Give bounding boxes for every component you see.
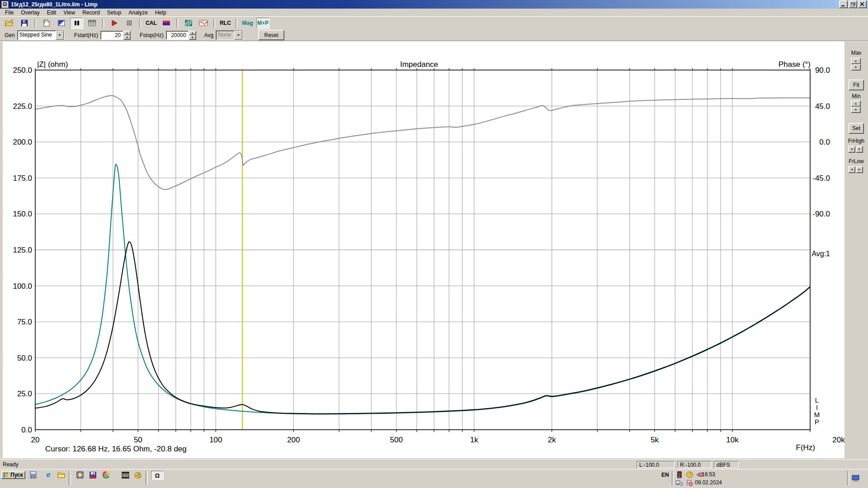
left-axis-title: |Z| (ohm) bbox=[37, 60, 68, 69]
x-axis-tick-label: 20k bbox=[832, 436, 844, 444]
tray-device-icon[interactable] bbox=[676, 471, 684, 479]
magnitude-view-button[interactable]: Mag bbox=[241, 18, 254, 28]
avg-label: Avg bbox=[204, 32, 213, 38]
stop-icon bbox=[127, 20, 132, 26]
main-toolbar: CAL RLC Mag M+P bbox=[0, 16, 868, 29]
rlc-mode-button[interactable]: RLC bbox=[219, 18, 231, 28]
start-label: Пуск bbox=[10, 472, 23, 478]
scale-setup-icon bbox=[185, 20, 192, 26]
bw-background-button[interactable] bbox=[55, 18, 67, 28]
folder-icon bbox=[57, 472, 65, 478]
open-file-button[interactable] bbox=[3, 18, 15, 28]
menu-item-view[interactable]: View bbox=[60, 9, 79, 16]
toolbar-separator bbox=[34, 19, 36, 28]
quicklaunch-media-classic[interactable]: 321 bbox=[120, 471, 130, 479]
reset-button[interactable]: Reset bbox=[258, 30, 284, 40]
fstart-down-icon[interactable]: ▼ bbox=[123, 35, 131, 40]
save-file-button[interactable] bbox=[18, 18, 30, 28]
clock-date[interactable]: 09.02.2024 bbox=[690, 479, 727, 486]
units-indicator: dBFS bbox=[714, 461, 739, 468]
quicklaunch-folder[interactable] bbox=[56, 471, 66, 479]
frhigh-left-icon[interactable]: ◄ bbox=[848, 146, 855, 153]
language-indicator[interactable]: EN bbox=[661, 472, 669, 478]
omega-icon: Ω bbox=[155, 472, 160, 479]
left-axis-tick-label: 250.0 bbox=[13, 66, 32, 75]
generator-setup-button[interactable] bbox=[160, 18, 172, 28]
close-button[interactable] bbox=[858, 0, 867, 8]
left-axis-tick-label: 150.0 bbox=[13, 210, 32, 218]
left-axis-tick-label: 75.0 bbox=[17, 318, 32, 326]
min-up-icon[interactable]: ▲ bbox=[851, 100, 861, 107]
menu-item-setup[interactable]: Setup bbox=[104, 9, 125, 16]
title-bar: Ω 15гд12_25гдн80_1Litro.lim - Limp bbox=[0, 0, 868, 9]
bw-split-icon bbox=[58, 20, 65, 26]
restore-icon bbox=[851, 2, 855, 6]
left-axis-tick-label: 125.0 bbox=[13, 246, 32, 254]
menu-item-help[interactable]: Help bbox=[151, 9, 170, 16]
impedance-overlay-curve bbox=[35, 164, 810, 414]
minimize-button[interactable] bbox=[839, 0, 848, 8]
left-level-indicator: L:-100.0 bbox=[637, 461, 675, 468]
min-down-icon[interactable]: ▼ bbox=[851, 107, 861, 113]
table-view-button[interactable] bbox=[86, 18, 98, 28]
quicklaunch-calculator[interactable] bbox=[28, 471, 38, 479]
fstop-stepper: 20000 ▲ ▼ bbox=[166, 31, 196, 40]
calibrate-button[interactable]: CAL bbox=[145, 18, 157, 28]
media-player-icon bbox=[76, 471, 84, 479]
chevron-down-icon[interactable]: ▼ bbox=[56, 31, 64, 40]
cal-label: CAL bbox=[146, 20, 157, 26]
menu-item-file[interactable]: File bbox=[1, 9, 17, 16]
window-title: 15гд12_25гдн80_1Litro.lim - Limp bbox=[11, 1, 838, 8]
start-button[interactable]: Пуск bbox=[1, 471, 25, 479]
frhigh-right-icon[interactable]: ► bbox=[856, 146, 863, 153]
pause-button[interactable] bbox=[70, 18, 83, 29]
avg-indicator: Avg:1 bbox=[811, 250, 830, 258]
menu-item-edit[interactable]: Edit bbox=[43, 9, 60, 16]
menu-item-record[interactable]: Record bbox=[79, 9, 104, 16]
stop-measurement-button[interactable] bbox=[123, 18, 135, 28]
max-up-icon[interactable]: ▲ bbox=[851, 58, 861, 64]
mp-label: M+P bbox=[257, 20, 269, 26]
max-down-icon[interactable]: ▼ bbox=[851, 64, 861, 70]
svg-text:321: 321 bbox=[123, 474, 128, 477]
clock-time[interactable]: 16:53 bbox=[693, 471, 724, 478]
copy-page-icon bbox=[43, 19, 50, 27]
left-axis-tick-label: 100.0 bbox=[13, 282, 32, 291]
limp-watermark: M bbox=[814, 411, 820, 418]
fstop-up-icon[interactable]: ▲ bbox=[189, 31, 196, 35]
frlow-left-icon[interactable]: ◄ bbox=[848, 166, 855, 173]
sine-generator-button[interactable] bbox=[197, 18, 209, 28]
fstop-down-icon[interactable]: ▼ bbox=[189, 35, 196, 40]
chevron-down-icon[interactable]: ▼ bbox=[234, 31, 242, 40]
restore-button[interactable] bbox=[849, 0, 857, 8]
chrome-icon bbox=[103, 471, 110, 479]
fit-button[interactable]: Fit bbox=[849, 80, 864, 90]
graph-setup-button[interactable] bbox=[182, 18, 194, 28]
start-measurement-button[interactable] bbox=[108, 18, 120, 28]
quicklaunch-media-player[interactable] bbox=[75, 471, 85, 479]
copy-button[interactable] bbox=[40, 18, 52, 28]
frlow-right-icon[interactable]: ► bbox=[856, 166, 863, 173]
menu-item-analyze[interactable]: Analyze bbox=[125, 9, 151, 16]
min-stepper: ▲ ▼ bbox=[851, 100, 861, 113]
magnitude-phase-view-button[interactable]: M+P bbox=[256, 18, 269, 29]
tray-network-icon[interactable] bbox=[675, 480, 683, 487]
fstart-up-icon[interactable]: ▲ bbox=[123, 31, 131, 35]
quicklaunch-chrome[interactable] bbox=[101, 471, 111, 479]
generator-type-select[interactable]: Stepped Sine ▼ bbox=[17, 30, 64, 40]
quicklaunch-internet-explorer[interactable]: e bbox=[43, 471, 53, 479]
taskbar-limp-button[interactable]: Ω bbox=[151, 471, 164, 480]
impedance-plot[interactable]: |Z| (ohm)ImpedancePhase (°)250.0225.0200… bbox=[3, 42, 844, 458]
quicklaunch-goldwave[interactable] bbox=[133, 471, 143, 479]
show-desktop-button[interactable] bbox=[852, 475, 859, 482]
quicklaunch-save-tool[interactable] bbox=[88, 471, 98, 479]
app-icon[interactable]: Ω bbox=[1, 1, 9, 8]
menu-item-overlay[interactable]: Overlay bbox=[17, 9, 43, 16]
fstop-input[interactable]: 20000 bbox=[166, 31, 189, 40]
calculator-icon bbox=[30, 471, 37, 479]
right-axis-title: Phase (°) bbox=[778, 60, 811, 69]
averaging-select[interactable]: None ▼ bbox=[216, 30, 243, 40]
set-button[interactable]: Set bbox=[849, 123, 864, 134]
fstart-input[interactable]: 20 bbox=[100, 31, 123, 40]
set-label: Set bbox=[852, 125, 860, 131]
